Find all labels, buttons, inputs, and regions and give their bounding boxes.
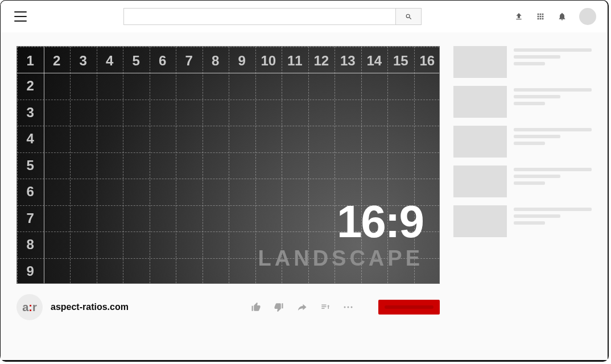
suggestion-thumb	[453, 126, 507, 158]
suggestion-thumb	[453, 46, 507, 78]
grid-col-label: 15	[387, 48, 414, 74]
topbar-actions	[514, 8, 596, 25]
content-area: 1234567891011121314151623456789 16:9 LAN…	[1, 32, 608, 360]
menu-icon[interactable]	[14, 11, 27, 22]
main-column: 1234567891011121314151623456789 16:9 LAN…	[16, 46, 440, 350]
video-player[interactable]: 1234567891011121314151623456789 16:9 LAN…	[16, 46, 440, 284]
aspect-ratio-value: 16:9	[337, 199, 423, 245]
topbar	[1, 1, 608, 32]
user-avatar[interactable]	[579, 8, 596, 25]
upload-icon[interactable]	[514, 12, 523, 21]
grid-col-label: 7	[176, 48, 203, 74]
channel-avatar[interactable]: a:r	[16, 294, 43, 320]
grid-col-label: 5	[123, 48, 150, 74]
subscribe-button[interactable]	[378, 300, 440, 315]
grid-col-label: 16	[414, 48, 440, 74]
grid-row-label: 4	[17, 126, 44, 152]
below-player-row: a:r aspect-ratios.com	[16, 294, 440, 320]
suggestion-thumb	[453, 86, 507, 118]
suggestion-item[interactable]	[453, 126, 592, 158]
more-icon[interactable]	[343, 302, 353, 312]
grid-col-label: 11	[282, 48, 308, 74]
grid-col-label: 12	[308, 48, 335, 74]
video-actions	[251, 300, 440, 315]
search-form	[123, 8, 422, 25]
bell-icon[interactable]	[558, 12, 567, 21]
share-icon[interactable]	[296, 302, 308, 312]
grid-col-label: 1	[17, 48, 44, 74]
grid-col-label: 8	[203, 48, 229, 74]
grid-col-label: 13	[335, 48, 361, 74]
grid-col-label: 9	[229, 48, 255, 74]
suggestion-item[interactable]	[453, 46, 592, 78]
channel-name[interactable]: aspect-ratios.com	[51, 302, 129, 312]
search-icon	[405, 13, 412, 20]
grid-col-label: 14	[361, 48, 388, 74]
suggestion-thumb	[453, 166, 507, 197]
grid-row-label: 3	[17, 100, 44, 126]
grid-row-label: 7	[17, 205, 44, 231]
grid-row-label: 6	[17, 179, 44, 205]
suggestions-sidebar	[453, 46, 592, 350]
like-icon[interactable]	[251, 302, 261, 312]
suggestion-item[interactable]	[453, 166, 592, 197]
grid-col-label: 4	[97, 48, 123, 74]
dislike-icon[interactable]	[274, 302, 284, 312]
apps-icon[interactable]	[536, 12, 545, 21]
save-icon[interactable]	[320, 302, 331, 312]
suggestion-item[interactable]	[453, 86, 592, 118]
search-button[interactable]	[395, 8, 422, 25]
grid-row-label: 2	[17, 73, 44, 99]
grid-row-label: 5	[17, 152, 44, 179]
grid-row-label: 8	[17, 231, 44, 258]
grid-col-label: 6	[150, 48, 176, 74]
grid-col-label: 3	[70, 48, 97, 74]
suggestion-thumb	[453, 205, 507, 237]
grid-col-label: 2	[44, 48, 71, 74]
search-input[interactable]	[123, 8, 395, 25]
orientation-label: LANDSCAPE	[258, 246, 423, 271]
grid-col-label: 10	[255, 48, 282, 74]
app-window: 1234567891011121314151623456789 16:9 LAN…	[0, 0, 609, 362]
grid-row-label: 9	[17, 258, 44, 284]
suggestion-item[interactable]	[453, 205, 592, 237]
